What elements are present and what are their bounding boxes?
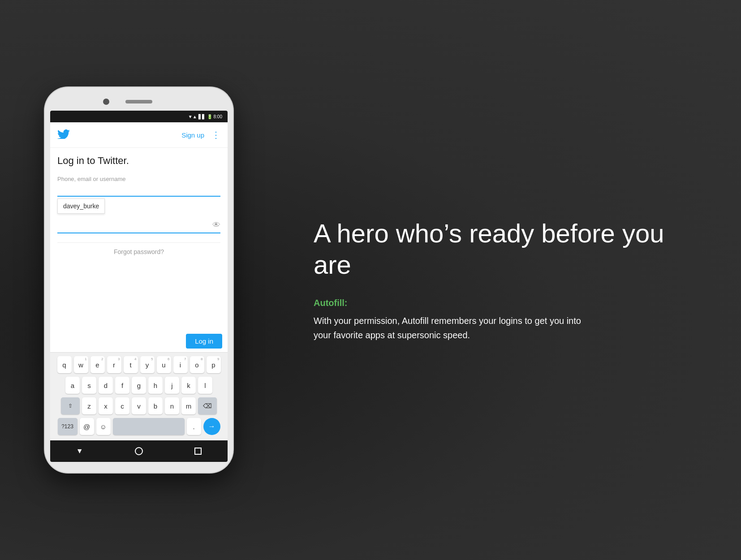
keyboard-row-3: ⇧ z x c v b n m ⌫ bbox=[52, 397, 226, 414]
key-w[interactable]: w1 bbox=[74, 356, 88, 373]
key-m[interactable]: m bbox=[181, 397, 196, 414]
key-period[interactable]: . bbox=[187, 418, 201, 435]
key-g[interactable]: g bbox=[132, 377, 146, 394]
key-y[interactable]: y5 bbox=[140, 356, 155, 373]
key-k[interactable]: k bbox=[181, 377, 196, 394]
status-bar: ▼▲ ▋▋ 🔋 8:00 bbox=[50, 111, 228, 122]
key-a[interactable]: a bbox=[65, 377, 80, 394]
key-space[interactable] bbox=[113, 418, 185, 435]
key-numbers[interactable]: ?123 bbox=[58, 418, 78, 435]
nav-back-button[interactable]: ▼ bbox=[76, 447, 83, 455]
key-b[interactable]: b bbox=[148, 397, 163, 414]
username-label: Phone, email or username bbox=[57, 176, 220, 182]
forgot-password-link[interactable]: Forgot password? bbox=[57, 242, 220, 261]
twitter-app: Sign up ⋮ Log in to Twitter. Phone, emai… bbox=[50, 122, 228, 462]
signup-link[interactable]: Sign up bbox=[181, 131, 204, 139]
twitter-logo bbox=[57, 128, 70, 142]
keyboard-row-4: ?123 @ ☺ . → bbox=[52, 418, 226, 435]
nav-recents-button[interactable] bbox=[194, 448, 202, 455]
key-o[interactable]: o8 bbox=[190, 356, 204, 373]
twitter-header: Sign up ⋮ bbox=[50, 122, 228, 148]
phone-screen: ▼▲ ▋▋ 🔋 8:00 Sign up ⋮ bbox=[50, 111, 228, 462]
phone-camera bbox=[103, 99, 109, 105]
nav-bar: ▼ bbox=[50, 440, 228, 462]
key-q[interactable]: q bbox=[57, 356, 72, 373]
nav-recents-square bbox=[194, 448, 202, 455]
more-menu-icon[interactable]: ⋮ bbox=[211, 129, 220, 140]
key-v[interactable]: v bbox=[132, 397, 146, 414]
key-x[interactable]: x bbox=[99, 397, 113, 414]
phone-container: ▼▲ ▋▋ 🔋 8:00 Sign up ⋮ bbox=[0, 0, 278, 560]
time-display: 8:00 bbox=[214, 114, 222, 119]
login-title: Log in to Twitter. bbox=[57, 155, 220, 167]
twitter-header-right: Sign up ⋮ bbox=[181, 129, 220, 140]
signal-bars: ▋▋ bbox=[198, 114, 206, 119]
phone-device: ▼▲ ▋▋ 🔋 8:00 Sign up ⋮ bbox=[45, 87, 233, 473]
key-enter[interactable]: → bbox=[203, 418, 220, 435]
login-button[interactable]: Log in bbox=[186, 334, 222, 349]
key-t[interactable]: t4 bbox=[124, 356, 138, 373]
key-r[interactable]: r3 bbox=[107, 356, 121, 373]
key-c[interactable]: c bbox=[115, 397, 129, 414]
key-backspace[interactable]: ⌫ bbox=[198, 397, 217, 414]
key-s[interactable]: s bbox=[82, 377, 96, 394]
twitter-body: Log in to Twitter. Phone, email or usern… bbox=[50, 148, 228, 330]
keyboard[interactable]: q w1 e2 r3 t4 y5 u6 i7 o8 p9 bbox=[50, 353, 228, 440]
wifi-signal-icon: ▼▲ bbox=[188, 114, 197, 119]
username-input[interactable] bbox=[57, 184, 220, 197]
keyboard-area: Log in q w1 e2 r3 t4 y5 u6 i7 bbox=[50, 330, 228, 440]
password-input[interactable] bbox=[57, 221, 220, 233]
login-btn-row: Log in bbox=[50, 330, 228, 353]
username-input-group: Phone, email or username davey_burke bbox=[57, 176, 220, 214]
key-at[interactable]: @ bbox=[80, 418, 94, 435]
key-shift[interactable]: ⇧ bbox=[61, 397, 80, 414]
feature-description: With your permission, Autofill remembers… bbox=[314, 314, 591, 342]
key-n[interactable]: n bbox=[165, 397, 179, 414]
key-z[interactable]: z bbox=[82, 397, 96, 414]
feature-label: Autofill: bbox=[314, 298, 705, 308]
key-f[interactable]: f bbox=[115, 377, 129, 394]
key-u[interactable]: u6 bbox=[157, 356, 171, 373]
key-p[interactable]: p9 bbox=[207, 356, 221, 373]
key-l[interactable]: l bbox=[198, 377, 212, 394]
key-e[interactable]: e2 bbox=[90, 356, 105, 373]
nav-home-button[interactable] bbox=[135, 447, 143, 455]
key-j[interactable]: j bbox=[165, 377, 179, 394]
key-d[interactable]: d bbox=[99, 377, 113, 394]
phone-top-bar bbox=[50, 93, 228, 111]
keyboard-row-2: a s d f g h j k l bbox=[52, 377, 226, 394]
battery-icon: 🔋 bbox=[207, 114, 212, 119]
hero-title: A hero who’s ready before you are bbox=[314, 218, 705, 280]
keyboard-row-1: q w1 e2 r3 t4 y5 u6 i7 o8 p9 bbox=[52, 356, 226, 373]
eye-icon[interactable]: 👁 bbox=[212, 220, 220, 230]
key-emoji[interactable]: ☺ bbox=[96, 418, 111, 435]
key-h[interactable]: h bbox=[148, 377, 163, 394]
right-content: A hero who’s ready before you are Autofi… bbox=[278, 191, 741, 369]
nav-home-circle bbox=[135, 447, 143, 455]
phone-speaker bbox=[125, 100, 152, 103]
status-icons: ▼▲ ▋▋ 🔋 8:00 bbox=[188, 114, 222, 119]
autocomplete-suggestion[interactable]: davey_burke bbox=[57, 198, 105, 214]
key-i[interactable]: i7 bbox=[173, 356, 188, 373]
password-group: 👁 bbox=[57, 221, 220, 233]
